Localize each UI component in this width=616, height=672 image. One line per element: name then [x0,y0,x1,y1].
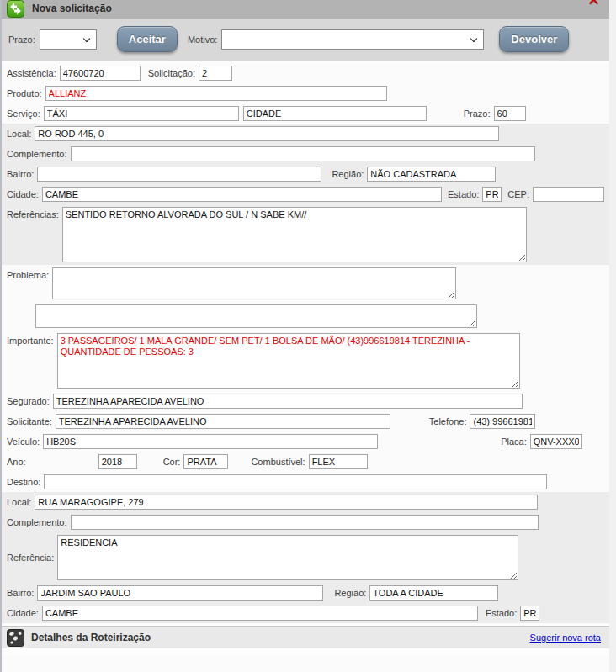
routing-title: Detalhes da Roteirização [31,632,151,643]
devolver-button[interactable]: Devolver [499,26,569,52]
placa-field[interactable] [530,434,582,449]
toolbar: Prazo: Aceitar Motivo: Devolver [2,19,609,63]
referencias-label: Referências: [7,209,59,220]
veiculo-field[interactable] [43,434,378,449]
local-field[interactable] [35,126,499,141]
telefone-label: Telefone: [429,416,467,426]
importante-label: Importante: [7,336,54,346]
new-request-icon [7,0,24,18]
servico-tipo-field[interactable] [243,106,427,121]
destino-bairro-label: Bairro: [7,588,34,598]
prazo-label: Prazo: [464,108,491,119]
complemento-label: Complemento: [7,149,67,159]
problema-field[interactable] [52,267,456,299]
destino-cidade-row: Cidade: Estado: [2,603,609,623]
cor-field[interactable] [183,454,228,469]
servico-field[interactable] [44,106,239,121]
destino-referencia-row: Referência: RESIDENCIA [2,532,609,583]
solicitacao-field[interactable] [199,66,232,81]
combustivel-field[interactable] [309,454,368,469]
destino-referencia-label: Referência: [7,553,54,563]
prazo-select-input[interactable] [40,30,96,49]
referencias-field[interactable]: SENTIDO RETORNO ALVORADA DO SUL / N SABE… [62,207,527,262]
complemento-row: Complemento: [2,144,609,164]
combustivel-label: Combustível: [251,457,305,467]
destino-bairro-field[interactable] [37,585,323,601]
title-bar: Nova solicitação ✕ [2,0,609,19]
section-destination: Local: Complemento: Referência: RESIDENC… [2,492,609,623]
solicitacao-label: Solicitação: [148,68,195,78]
produto-field[interactable] [45,86,387,101]
importante-row: Importante: 3 PASSAGEIROS/ 1 MALA GRANDE… [2,331,609,391]
cep-label: CEP: [507,189,529,199]
motivo-select-input[interactable] [222,30,483,49]
bairro-row: Bairro: Região: [2,164,609,184]
destino-complemento-label: Complemento: [7,517,67,527]
observacao-field[interactable] [35,304,477,328]
destino-estado-field[interactable] [520,606,539,621]
destino-cidade-label: Cidade: [7,608,39,618]
problema-row: Problema: [2,265,609,302]
globe-icon [7,629,24,647]
prazo-select[interactable] [40,29,97,50]
dialog-title: Nova solicitação [32,3,112,14]
importante-field[interactable]: 3 PASSAGEIROS/ 1 MALA GRANDE/ SEM PET/ 1… [57,333,520,389]
estado-field[interactable] [482,187,502,202]
destino-local-row: Local: [2,492,609,512]
destino-estado-label: Estado: [486,608,517,618]
solicitante-field[interactable] [56,414,390,429]
section-origin: Local: Complemento: Bairro: Região: Cida… [2,124,609,265]
ano-label: Ano: [7,457,26,467]
cor-label: Cor: [163,457,181,467]
local-row: Local: [2,124,609,144]
solicitante-row: Solicitante: Telefone: [2,411,609,431]
regiao-field[interactable] [367,167,496,182]
complemento-field[interactable] [71,146,535,161]
veiculo-row: Veículo: Placa: [2,431,609,452]
motivo-select[interactable] [221,29,484,50]
telefone-field[interactable] [470,414,535,429]
bairro-label: Bairro: [7,169,34,179]
destino-row: Destino: [2,472,609,492]
segurado-row: Segurado: [2,391,609,411]
ano-row: Ano: Cor: Combustível: [2,452,609,472]
destino-regiao-field[interactable] [369,585,498,601]
destino-label: Destino: [7,477,40,487]
servico-label: Serviço: [7,108,40,119]
segurado-field[interactable] [53,394,523,409]
prazo-toolbar-label: Prazo: [8,34,35,45]
destino-referencia-field[interactable]: RESIDENCIA [57,535,518,580]
referencias-row: Referências: SENTIDO RETORNO ALVORADA DO… [2,204,609,265]
cidade-field[interactable] [42,187,442,202]
placa-label: Placa: [501,437,527,447]
cidade-row: Cidade: Estado: CEP: [2,184,609,204]
motivo-label: Motivo: [188,34,217,45]
destino-field[interactable] [44,474,547,489]
estado-label: Estado: [448,189,479,199]
ano-field[interactable] [98,454,137,469]
produto-row: Produto: [2,83,609,103]
suggest-route-link[interactable]: Sugerir nova rota [530,632,601,643]
cep-field[interactable] [533,187,604,202]
assistencia-row: Assistência: Solicitação: [2,63,609,83]
destino-local-label: Local: [7,497,31,507]
section-request: Assistência: Solicitação: Produto: Servi… [2,63,609,124]
close-icon[interactable]: ✕ [587,0,600,8]
routing-footer: Detalhes da Roteirização Sugerir nova ro… [2,626,609,648]
destino-complemento-row: Complemento: [2,512,609,532]
aceitar-button[interactable]: Aceitar [117,26,178,52]
observacao-row [2,302,609,331]
destino-cidade-field[interactable] [42,606,478,621]
bairro-field[interactable] [37,167,321,182]
cidade-label: Cidade: [7,189,39,199]
assistencia-label: Assistência: [7,68,56,78]
destino-bairro-row: Bairro: Região: [2,583,609,603]
prazo-field[interactable] [494,106,526,121]
veiculo-label: Veículo: [7,437,40,447]
assistencia-field[interactable] [60,66,141,81]
regiao-label: Região: [332,169,364,179]
destino-complemento-field[interactable] [71,515,539,530]
problema-label: Problema: [7,270,49,280]
section-details: Problema: Importante: 3 PASSAGEIROS/ 1 M… [2,265,609,492]
destino-local-field[interactable] [35,495,538,510]
